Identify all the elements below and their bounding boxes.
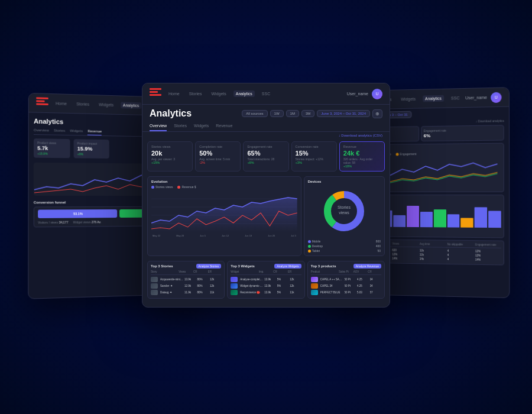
product-thumb-2 <box>311 283 318 289</box>
all-sources-btn[interactable]: All sources <box>242 110 267 117</box>
metric-completion: Completion rate 50% Avg. screen time: 5 … <box>195 141 241 172</box>
tab-overview[interactable]: Overview <box>150 121 167 131</box>
front-nav-ssc[interactable]: SSC <box>449 95 462 101</box>
analyze-revenue-btn[interactable]: Analyze Revenue <box>353 264 381 269</box>
back-tab-widgets[interactable]: Widgets <box>70 129 83 135</box>
main-header: Home Stories Widgets Analytics SSC User_… <box>142 83 390 105</box>
main-nav-widgets[interactable]: Widgets <box>209 90 228 97</box>
widget-thumb-2 <box>231 283 238 289</box>
bar-8 <box>434 209 446 227</box>
top-stories-header: Top 3 Stories Analyze Stories <box>151 264 221 269</box>
top-products-header: Top 3 products Analyze Revenue <box>311 264 381 269</box>
bar-9 <box>447 214 460 227</box>
back-metric-views: Product views 5.7k +15.9% <box>34 138 70 158</box>
product-thumb-1 <box>311 277 318 282</box>
metrics-row: Stories views 20k Avg. per viewer: 3 +15… <box>142 139 390 174</box>
panel-main: Home Stories Widgets Analytics SSC User_… <box>142 83 390 308</box>
logo-back <box>36 97 48 109</box>
donut-chart: Stories views <box>308 185 381 237</box>
widget-thumb-1 <box>231 277 238 282</box>
back-tab-revenue[interactable]: Revenue <box>87 130 102 135</box>
main-toolbar: All sources 1W 1M 3M June 3, 2024 – Oct … <box>242 109 382 118</box>
download-bar: ↓ Download analytics (CSV) <box>142 132 390 139</box>
1w-btn[interactable]: 1W <box>270 110 284 117</box>
main-nav-ssc[interactable]: SSC <box>259 90 273 97</box>
main-nav-stories[interactable]: Stories <box>187 90 205 97</box>
tab-widgets[interactable]: Widgets <box>194 121 209 131</box>
metric-engagement: Engagement rate 65% Total interactions: … <box>243 141 288 172</box>
tables-row: Top 3 Stories Analyze Stories Story View… <box>142 258 390 301</box>
metric-stories-views: Stories views 20k Avg. per viewer: 3 +15… <box>147 141 193 172</box>
main-title-row: Analytics All sources 1W 1M 3M June 3, 2… <box>142 105 390 121</box>
widgets-col-heads: Widget Imp. CR ER <box>231 270 301 275</box>
stories-col-heads: Story Views CR ER <box>151 270 221 275</box>
evolution-svg <box>151 190 297 234</box>
analyze-widgets-btn[interactable]: Analyze Widgets <box>274 264 301 269</box>
tab-revenue[interactable]: Revenue <box>216 121 232 131</box>
product-row-3: PERFECT BLUE 50 Pt 5.03 57 <box>311 289 381 296</box>
story-row-2: Sancler ✦ 12.9k 80% 12k <box>151 283 221 289</box>
metric-conversion: Conversion rate 15% Stories impact: +12%… <box>291 141 337 172</box>
main-user: User_name U <box>347 89 382 99</box>
bar-5 <box>394 215 406 227</box>
front-metric-engagement: Engagement rate 6% <box>421 125 504 141</box>
bar-11 <box>475 207 487 228</box>
main-tabs: Overview Stories Widgets Revenue <box>142 121 390 132</box>
widget-row-3: Recommerce 🔴 13.9k 5% 11k <box>231 289 301 296</box>
download-link[interactable]: ↓ Download analytics (CSV) <box>339 134 382 137</box>
charts-row: Evolution Stories views Revenue $ <box>142 174 390 258</box>
x-axis-labels: May 22 May 29 Jun 5 Jun 12 Jun 19 Jun 26… <box>151 234 297 237</box>
tab-stories[interactable]: Stories <box>174 121 187 131</box>
3m-btn[interactable]: 3M <box>301 110 314 117</box>
svg-text:views: views <box>339 211 350 215</box>
top-stories-card: Top 3 Stories Analyze Stories Story View… <box>147 261 225 299</box>
top-products-card: Top 3 products Analyze Revenue Product S… <box>307 261 385 299</box>
back-nav-home[interactable]: Home <box>53 100 69 107</box>
product-thumb-3 <box>311 290 318 295</box>
story-thumb-2 <box>151 283 158 289</box>
logo-main <box>150 88 161 100</box>
analyze-stories-btn[interactable]: Analyze Stories <box>196 264 222 269</box>
back-tab-overview[interactable]: Overview <box>34 128 49 135</box>
widget-row-1: Analyse-completeme... 13.9k 5% 12k <box>231 276 301 283</box>
main-nav-analytics[interactable]: Analytics <box>233 90 255 97</box>
product-row-1: CAPEL A ++ SANCHEZA... 50 Pt 4.25 34 <box>311 276 381 283</box>
back-tab-stories[interactable]: Stories <box>54 128 65 134</box>
back-nav-stories[interactable]: Stories <box>74 101 92 108</box>
back-nav-widgets[interactable]: Widgets <box>96 101 116 108</box>
story-row-3: Dataug ✦ 11.9k 80% 11k <box>151 289 221 296</box>
back-nav-analytics[interactable]: Analytics <box>121 102 141 109</box>
devices-chart-card: Devices Stories views Mobi <box>304 176 385 256</box>
main-page-title: Analytics <box>150 108 192 119</box>
svg-text:Stories: Stories <box>338 205 351 209</box>
top-widgets-card: Top 3 Widgets Analyze Widgets Widget Imp… <box>227 261 304 299</box>
product-row-2: CAPEL 34 50 Pt 4.25 34 <box>311 283 381 289</box>
bar-10 <box>461 218 473 227</box>
back-metric-impact: Product impact 15.9% +8% <box>74 139 109 159</box>
story-thumb-1 <box>151 277 158 282</box>
metric-revenue: Revenue 24k € 320 orders · Avg order val… <box>339 141 385 172</box>
top-widgets-header: Top 3 Widgets Analyze Widgets <box>231 264 301 269</box>
date-range-btn[interactable]: June 3, 2024 – Oct 31, 2024 <box>317 110 370 117</box>
main-avatar: U <box>372 89 382 99</box>
bar-6 <box>407 206 419 227</box>
evolution-legend: Stories views Revenue $ <box>151 185 297 189</box>
front-nav-analytics[interactable]: Analytics <box>423 95 444 102</box>
products-col-heads: Product Sales Pt AOV CR <box>311 270 381 275</box>
evolution-chart-card: Evolution Stories views Revenue $ <box>147 176 301 256</box>
front-user: User_name U <box>465 92 501 103</box>
main-nav-home[interactable]: Home <box>166 90 182 97</box>
user-filter-btn[interactable]: ⊕ <box>372 109 382 118</box>
devices-legend: Mobile 800 Desktop 400 Tablet 50 <box>308 240 381 253</box>
1m-btn[interactable]: 1M <box>286 110 299 117</box>
widget-thumb-3 <box>231 290 238 295</box>
conv-bar-1: 53.1% <box>38 209 117 218</box>
screenshots-wrapper: Home Stories Widgets Analytics SSC Analy… <box>35 83 497 331</box>
bar-7 <box>420 212 433 227</box>
bar-12 <box>488 211 501 228</box>
main-nav: Home Stories Widgets Analytics SSC <box>166 90 347 97</box>
story-thumb-3 <box>151 290 158 295</box>
front-nav-widgets[interactable]: Widgets <box>398 96 418 103</box>
front-avatar: U <box>491 92 501 103</box>
widget-row-2: Widget dynamic-pro... 13.9k 5% 12k <box>231 283 301 289</box>
